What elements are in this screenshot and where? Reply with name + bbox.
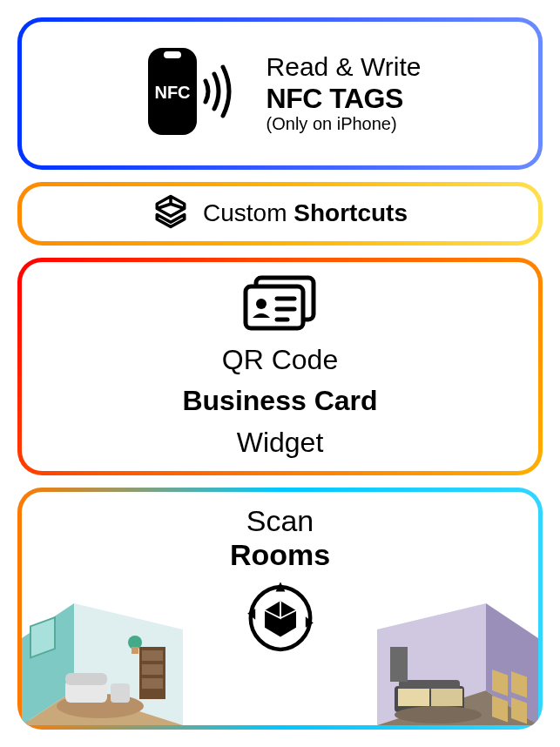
svg-text:NFC: NFC: [154, 83, 190, 102]
rooms-line1: Scan: [230, 504, 330, 538]
svg-rect-25: [132, 647, 138, 654]
svg-rect-31: [398, 689, 429, 706]
svg-rect-22: [65, 673, 107, 685]
svg-rect-18: [142, 664, 163, 675]
room-left-illustration: [22, 603, 183, 725]
svg-rect-17: [142, 650, 163, 661]
shortcuts-label: Custom Shortcuts: [203, 199, 408, 227]
svg-point-38: [395, 706, 482, 723]
business-card-icon: [240, 273, 319, 337]
qr-card[interactable]: QR Code Business Card Widget: [17, 258, 543, 475]
scan-3d-icon: [241, 579, 320, 661]
svg-rect-23: [111, 683, 130, 703]
room-right-illustration: [377, 603, 538, 725]
svg-point-5: [256, 299, 267, 309]
rooms-card[interactable]: Scan Rooms: [17, 488, 543, 730]
nfc-phone-icon: NFC: [139, 39, 244, 147]
rooms-line2: Rooms: [230, 538, 330, 572]
nfc-line1: Read & Write: [267, 52, 422, 83]
svg-rect-32: [431, 689, 462, 706]
nfc-card[interactable]: NFC Read & Write NFC TAGS (Only on iPhon…: [17, 17, 543, 170]
qr-line1: QR Code: [222, 342, 338, 379]
qr-line2: Business Card: [182, 383, 377, 420]
svg-rect-33: [390, 647, 408, 682]
shortcuts-card[interactable]: Custom Shortcuts: [17, 182, 543, 246]
svg-rect-1: [164, 51, 181, 58]
svg-rect-19: [142, 678, 163, 689]
nfc-line2: NFC TAGS: [267, 83, 422, 115]
qr-line3: Widget: [237, 425, 324, 461]
nfc-line3: (Only on iPhone): [267, 114, 422, 134]
shortcuts-icon: [152, 193, 189, 233]
